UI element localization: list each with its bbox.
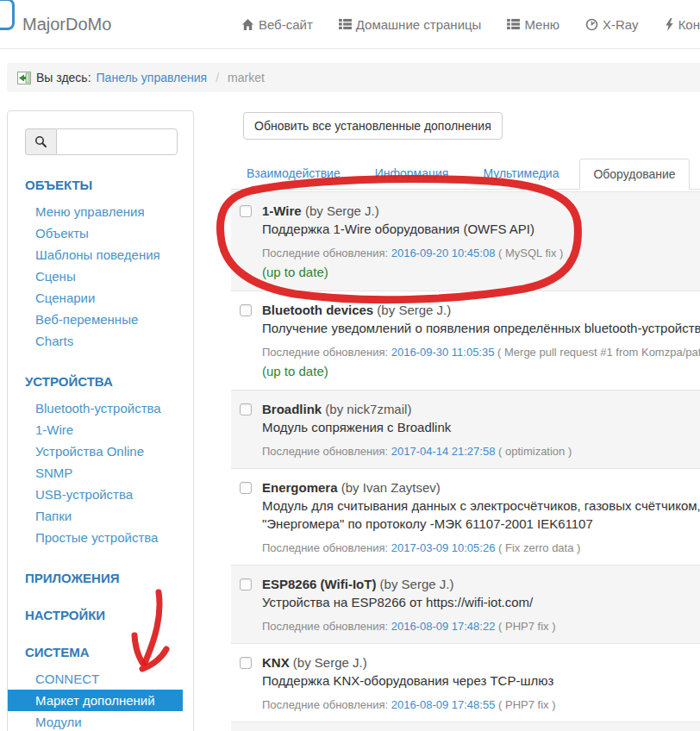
sidebar-item-простые-устройства[interactable]: Простые устройства	[8, 527, 193, 548]
sidebar-item-bluetooth-устройства[interactable]: Bluetooth-устройства	[8, 397, 193, 419]
addon-update-note: ( PHP7 fix )	[495, 620, 555, 633]
sidebar-item-сцены[interactable]: Сцены	[8, 266, 193, 287]
breadcrumb-separator: /	[212, 71, 222, 84]
tab-системные[interactable]: Системные	[697, 158, 700, 189]
addon-title: Broadlink	[262, 402, 322, 416]
sidebar-section-объекты[interactable]: ОБЪЕКТЫ	[25, 178, 193, 192]
navbar-brand[interactable]: MajorDoMo	[0, 15, 111, 34]
breadcrumb-link-control-panel[interactable]: Панель управления	[97, 71, 208, 84]
nav-item-кон[interactable]: Кон	[665, 17, 700, 32]
nav-item-label: Домашние страницы	[356, 17, 482, 32]
tab-взаимодействие[interactable]: Взаимодействие	[233, 158, 354, 189]
sidebar-item-шаблоны-поведения[interactable]: Шаблоны поведения	[8, 244, 193, 266]
addon-updated-date-link[interactable]: 2017-03-09 10:05:26	[391, 541, 496, 554]
addon-checkbox[interactable]	[240, 205, 252, 217]
nav-item-label: Меню	[524, 17, 559, 32]
breadcrumb-here-label: Вы здесь:	[36, 71, 91, 84]
addon-checkbox[interactable]	[240, 657, 252, 669]
sidebar-item-usb-устройства[interactable]: USB-устройства	[8, 484, 193, 505]
tab-мультимедиа[interactable]: Мультимедиа	[469, 158, 572, 189]
addon-updated-date-link[interactable]: 2016-08-09 17:48:55	[391, 698, 496, 711]
sidebar-item-connect[interactable]: CONNECT	[8, 668, 193, 690]
addon-author: (by Serge J.)	[290, 655, 367, 670]
sidebar-section-система[interactable]: СИСТЕМА	[25, 645, 193, 659]
sidebar-item-меню-управления[interactable]: Меню управления	[8, 201, 193, 222]
addon-status-badge: (up to date)	[262, 263, 563, 281]
search-input[interactable]	[56, 128, 178, 155]
addon-body: KNX (by Serge J.)Поддержка KNX-оборудова…	[262, 653, 555, 712]
addon-body: Energomera (by Ivan Zaytsev)Модуль для с…	[262, 478, 700, 555]
tab-оборудование[interactable]: Оборудование	[579, 159, 689, 190]
sidebar-item-веб-переменные[interactable]: Веб-переменные	[8, 309, 193, 330]
addon-updated-date-link[interactable]: 2017-04-14 21:27:58	[391, 445, 496, 458]
addon-author: (by Serge J.)	[376, 577, 453, 591]
sidebar-item-snmp[interactable]: SNMP	[8, 462, 193, 484]
addon-row-megad-devices: MegaD devices (by Serge J.)Поддержка уст…	[231, 722, 700, 731]
addon-updated-line: Последние обновления: 2016-09-30 11:05:3…	[262, 345, 700, 359]
nav-item-меню[interactable]: Меню	[507, 17, 559, 32]
addon-description: Получение уведомлений о появления опреде…	[262, 319, 700, 337]
addon-updated-label: Последние обновления:	[262, 698, 391, 711]
addon-title: KNX	[262, 655, 290, 670]
addon-description: Поддержка KNX-оборудования через TCP-шлю…	[262, 672, 555, 690]
addon-updated-line: Последние обновления: 2017-04-14 21:27:5…	[262, 444, 572, 459]
bolt-icon	[665, 18, 674, 31]
sidebar-item-сценарии[interactable]: Сценарии	[8, 287, 193, 309]
addon-checkbox[interactable]	[240, 403, 252, 415]
addon-description: Поддержка 1-Wire оборудования (OWFS API)	[262, 220, 563, 238]
addon-author: (by nick7zmail)	[322, 402, 411, 416]
addon-updated-line: Последние обновления: 2016-09-20 10:45:0…	[262, 246, 563, 260]
addon-updated-date-link[interactable]: 2016-09-30 11:05:35	[391, 346, 495, 359]
sidebar-search	[25, 128, 183, 155]
addon-row-broadlink: Broadlink (by nick7zmail)Модуль сопряжен…	[231, 390, 700, 469]
addon-updated-line: Последние обновления: 2017-03-09 10:05:2…	[262, 540, 700, 555]
nav-item-домашние-страницы[interactable]: Домашние страницы	[339, 17, 482, 32]
addon-status-badge: (up to date)	[262, 362, 700, 380]
nav-item-веб-сайт[interactable]: Веб-сайт	[241, 17, 313, 32]
addon-update-note: ( Fix zerro data )	[495, 541, 580, 554]
breadcrumb-current: market	[228, 71, 265, 84]
nav-item-x-ray[interactable]: X-Ray	[585, 17, 639, 32]
sidebar-section-устройства[interactable]: УСТРОЙСТВА	[25, 374, 193, 389]
sidebar-item-модули[interactable]: Модули	[8, 711, 193, 731]
addon-body: Bluetooth devices (by Serge J.)Получение…	[262, 301, 700, 380]
addon-author: (by Ivan Zaytsev)	[338, 480, 441, 495]
search-icon	[34, 135, 47, 148]
sidebar-item-1-wire[interactable]: 1-Wire	[8, 419, 193, 440]
sidebar-section-приложения[interactable]: ПРИЛОЖЕНИЯ	[25, 571, 193, 585]
list-icon	[339, 18, 352, 30]
home-icon	[241, 18, 254, 31]
sidebar-item-папки[interactable]: Папки	[8, 505, 193, 527]
addon-updated-label: Последние обновления:	[262, 346, 391, 359]
addon-author: (by Serge J.)	[302, 203, 379, 218]
addon-updated-line: Последние обновления: 2016-08-09 17:48:5…	[262, 697, 555, 712]
addon-checkbox[interactable]	[240, 578, 252, 590]
addon-title: 1-Wire	[262, 203, 302, 218]
sidebar-item-устройства-online[interactable]: Устройства Online	[8, 440, 193, 462]
update-all-button[interactable]: Обновить все установленные дополнения	[243, 112, 503, 140]
main-panel: Обновить все установленные дополнения Вз…	[231, 110, 700, 731]
addon-row-energomera: Energomera (by Ivan Zaytsev)Модуль для с…	[231, 469, 700, 565]
addon-update-note: ( Merge pull request #1 from Komzpa/patc…	[494, 346, 700, 359]
category-tabs: ВзаимодействиеИнформацияМультимедиаОбору…	[231, 158, 700, 190]
addon-checkbox[interactable]	[240, 304, 252, 316]
sidebar-item-charts[interactable]: Charts	[8, 330, 193, 352]
addon-update-note: ( PHP7 fix )	[495, 698, 555, 711]
addon-checkbox[interactable]	[240, 482, 252, 494]
navbar-menu: Веб-сайтДомашние страницыМенюX-RayКон	[241, 17, 700, 32]
addon-title: ESP8266 (Wifi-IoT)	[262, 577, 376, 591]
addon-updated-date-link[interactable]: 2016-08-09 17:48:22	[391, 620, 496, 633]
nav-item-label: Кон	[678, 17, 700, 32]
addon-updated-label: Последние обновления:	[262, 541, 391, 554]
content-area: ОБЪЕКТЫМеню управленияОбъектыШаблоны пов…	[0, 110, 700, 731]
sidebar-item-объекты[interactable]: Объекты	[8, 222, 193, 244]
addon-updated-date-link[interactable]: 2016-09-20 10:45:08	[391, 247, 496, 259]
sidebar-item-маркет-дополнений[interactable]: Маркет дополнений	[8, 690, 183, 711]
sidebar-section-настройки[interactable]: НАСТРОЙКИ	[25, 608, 193, 622]
addon-author: (by Serge J.)	[373, 303, 451, 317]
tab-информация[interactable]: Информация	[361, 158, 463, 189]
addon-description: Устройства на ESP8266 от https://wifi-io…	[262, 593, 555, 611]
search-button[interactable]	[25, 128, 56, 155]
brand-title: MajorDoMo	[22, 15, 111, 34]
addon-row-knx: KNX (by Serge J.)Поддержка KNX-оборудова…	[231, 644, 700, 722]
